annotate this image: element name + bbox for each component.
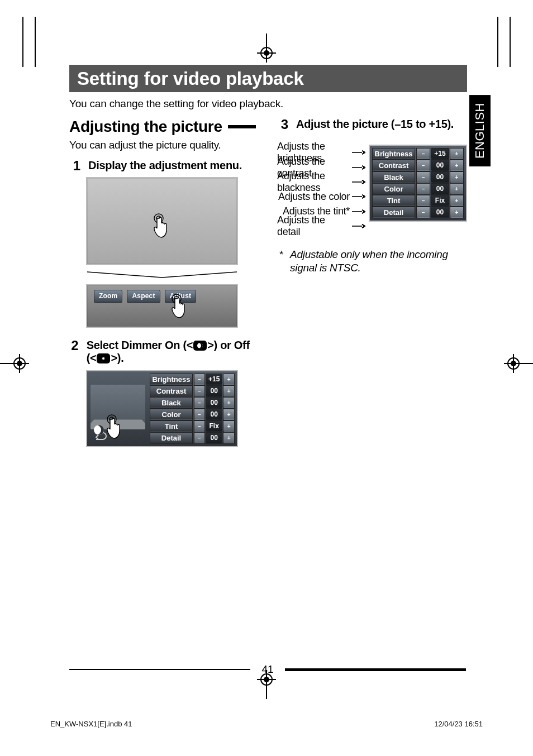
adjustment-value: 00 (431, 160, 449, 171)
heading-rule (228, 125, 256, 128)
touch-hand-icon (153, 213, 177, 240)
step-text: Display the adjustment menu. (88, 159, 242, 172)
menu-aspect-button[interactable]: Aspect (127, 290, 160, 303)
adjustment-row: Brightness–+15+ (150, 374, 235, 385)
arrow-icon (352, 194, 365, 199)
adjustment-value: 00 (206, 432, 222, 443)
touchscreen-illustration (86, 177, 238, 265)
callout-label: Adjusts the blackness (277, 176, 365, 188)
decrease-button[interactable]: – (417, 207, 430, 218)
decrease-button[interactable]: – (194, 397, 205, 408)
increase-button[interactable]: + (450, 195, 464, 206)
arrow-icon (352, 165, 365, 170)
down-chevron-icon (86, 271, 238, 280)
adjustment-row: Contrast–00+ (150, 385, 235, 396)
callout-labels: Adjusts the brightnessAdjusts the contra… (277, 145, 365, 232)
decrease-button[interactable]: – (417, 183, 430, 194)
touch-hand-icon (171, 293, 194, 320)
increase-button[interactable]: + (223, 432, 235, 443)
adjustment-label: Tint (373, 195, 415, 206)
decrease-button[interactable]: – (417, 195, 430, 206)
adjustment-row: Color–00+ (150, 409, 235, 420)
adjustment-value: 00 (206, 409, 222, 420)
dimmer-off-icon (97, 353, 110, 363)
footnote-asterisk: * (279, 248, 283, 275)
adjustment-label: Contrast (373, 160, 415, 171)
increase-button[interactable]: + (450, 183, 464, 194)
adjustment-label: Brightness (150, 374, 193, 385)
increase-button[interactable]: + (450, 207, 464, 218)
menu-zoom-button[interactable]: Zoom (94, 290, 122, 303)
adjustment-label: Color (373, 183, 415, 194)
imprint-date: 12/04/23 16:51 (434, 720, 483, 728)
adjustment-value: 00 (431, 183, 449, 194)
step-text: Adjust the picture (–15 to +15). (296, 118, 454, 131)
step-number: 2 (69, 339, 79, 352)
section-heading: Adjusting the picture (69, 118, 256, 136)
adjustment-value: Fix (206, 420, 222, 432)
step-text: Select Dimmer On (<>) or Off (<>). (87, 339, 256, 365)
step-text-part: >). (111, 352, 123, 364)
adjustment-label: Tint (150, 420, 193, 432)
decrease-button[interactable]: – (194, 420, 205, 432)
adjustment-row: Contrast–00+ (373, 160, 464, 171)
page-title: Setting for video playback (69, 65, 467, 92)
adjustment-panel-illustration: Brightness–+15+Contrast–00+Black–00+Colo… (86, 370, 238, 448)
footnote-text: Adjustable only when the incoming signal… (290, 248, 467, 275)
decrease-button[interactable]: – (417, 160, 430, 171)
adjustment-panel-right: Brightness–+15+Contrast–00+Black–00+Colo… (369, 145, 467, 222)
adjustment-value: 00 (206, 397, 222, 408)
imprint-line: EN_KW-NSX1[E].indb 41 12/04/23 16:51 (50, 720, 483, 728)
adjustment-table-left: Brightness–+15+Contrast–00+Black–00+Colo… (150, 374, 235, 444)
adjustment-label: Detail (373, 207, 415, 218)
callout-label: Adjusts the detail (277, 221, 365, 232)
callout-label: Adjusts the color (278, 191, 365, 203)
adjustment-value: 00 (431, 207, 449, 218)
increase-button[interactable]: + (450, 171, 464, 183)
page-footer-rule: 41 (69, 663, 466, 676)
adjustment-row: Black–00+ (373, 171, 464, 183)
decrease-button[interactable]: – (417, 171, 430, 183)
decrease-button[interactable]: – (194, 385, 205, 396)
increase-button[interactable]: + (450, 160, 464, 171)
adjustment-value: +15 (206, 374, 222, 385)
touch-hand-icon (106, 414, 130, 441)
increase-button[interactable]: + (223, 397, 235, 408)
adjustment-row: Black–00+ (150, 397, 235, 408)
adjustment-row: Tint–Fix+ (150, 420, 235, 432)
step-1: 1 Display the adjustment menu. (69, 159, 256, 173)
step-number: 3 (277, 118, 288, 131)
adjustment-value: Fix (431, 195, 449, 206)
adjustment-value: 00 (431, 171, 449, 183)
decrease-button[interactable]: – (194, 374, 205, 385)
step-text-part: Select Dimmer On (< (87, 339, 193, 351)
decrease-button[interactable]: – (417, 148, 430, 159)
increase-button[interactable]: + (450, 148, 464, 159)
arrow-icon (352, 209, 365, 214)
increase-button[interactable]: + (223, 409, 235, 420)
language-tab: ENGLISH (469, 95, 491, 166)
adjustment-label: Black (373, 171, 415, 183)
adjustment-label: Brightness (373, 148, 415, 159)
increase-button[interactable]: + (223, 385, 235, 396)
step-2: 2 Select Dimmer On (<>) or Off (<>). (69, 339, 256, 365)
trim-marks (497, 17, 511, 67)
decrease-button[interactable]: – (194, 409, 205, 420)
dimmer-on-icon (193, 341, 207, 351)
adjustment-label: Contrast (150, 385, 193, 396)
arrow-icon (352, 224, 365, 228)
increase-button[interactable]: + (223, 420, 235, 432)
arrow-icon (352, 180, 365, 184)
adjustment-row: Detail–00+ (373, 207, 464, 218)
adjustment-row: Color–00+ (373, 183, 464, 194)
increase-button[interactable]: + (223, 374, 235, 385)
page-number: 41 (259, 663, 275, 676)
decrease-button[interactable]: – (194, 432, 205, 443)
back-icon[interactable] (94, 432, 107, 441)
step-number: 1 (69, 159, 80, 173)
section-heading-text: Adjusting the picture (69, 118, 222, 136)
section-desc: You can adjust the picture quality. (69, 139, 256, 151)
adjustment-value: +15 (431, 148, 449, 159)
registration-mark-right (506, 357, 533, 370)
step-3: 3 Adjust the picture (–15 to +15). (277, 118, 467, 131)
